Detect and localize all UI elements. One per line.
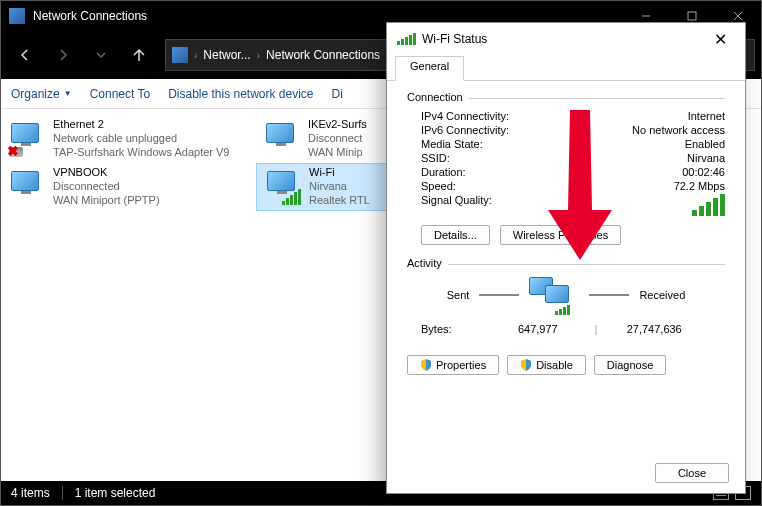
- chevron-right-icon: ›: [255, 50, 262, 61]
- up-button[interactable]: [121, 37, 157, 73]
- organize-menu[interactable]: Organize▼: [11, 87, 72, 101]
- connection-device: WAN Miniport (PPTP): [53, 194, 160, 208]
- connection-status: Network cable unplugged: [53, 132, 229, 146]
- ssid-label: SSID:: [421, 152, 450, 164]
- ipv4-label: IPv4 Connectivity:: [421, 110, 509, 122]
- received-label: Received: [639, 289, 685, 301]
- connection-device: TAP-Surfshark Windows Adapter V9: [53, 146, 229, 160]
- app-icon: [9, 8, 25, 24]
- svg-rect-1: [688, 12, 696, 20]
- ipv6-label: IPv6 Connectivity:: [421, 124, 509, 136]
- connection-status: Nirvana: [309, 180, 370, 194]
- connection-device: WAN Minip: [308, 146, 367, 160]
- network-adapter-icon: [7, 167, 47, 207]
- network-adapter-icon: [263, 167, 303, 207]
- back-button[interactable]: [7, 37, 43, 73]
- connection-item[interactable]: VPNBOOKDisconnectedWAN Miniport (PPTP): [1, 163, 256, 211]
- breadcrumb-part[interactable]: Networ...: [203, 48, 250, 62]
- details-button[interactable]: Details...: [421, 225, 490, 245]
- dialog-titlebar: Wi-Fi Status ✕: [387, 23, 745, 55]
- location-icon: [172, 47, 188, 63]
- media-state-label: Media State:: [421, 138, 483, 150]
- diagnose-button[interactable]: Di: [332, 87, 343, 101]
- disable-button[interactable]: Disable: [507, 355, 586, 375]
- ipv6-value: No network access: [632, 124, 725, 136]
- forward-button[interactable]: [45, 37, 81, 73]
- chevron-down-icon: ▼: [64, 89, 72, 98]
- connection-name: VPNBOOK: [53, 166, 160, 180]
- breadcrumb-part[interactable]: Network Connections: [266, 48, 380, 62]
- signal-quality-bars-icon: [692, 194, 725, 216]
- window-title: Network Connections: [33, 9, 623, 23]
- dialog-title: Wi-Fi Status: [422, 32, 487, 46]
- connect-to-button[interactable]: Connect To: [90, 87, 151, 101]
- properties-button[interactable]: Properties: [407, 355, 499, 375]
- selection-count: 1 item selected: [75, 486, 156, 500]
- speed-label: Speed:: [421, 180, 456, 192]
- network-adapter-icon: [262, 119, 302, 159]
- connection-name: Wi-Fi: [309, 166, 370, 180]
- bytes-received-value: 27,747,636: [597, 323, 711, 335]
- bytes-sent-value: 647,977: [481, 323, 595, 335]
- connection-name: Ethernet 2: [53, 118, 229, 132]
- connection-name: IKEv2-Surfs: [308, 118, 367, 132]
- dialog-close-button[interactable]: ✕: [706, 26, 735, 53]
- diagnose-button[interactable]: Diagnose: [594, 355, 666, 375]
- wifi-status-dialog: Wi-Fi Status ✕ General Connection IPv4 C…: [386, 22, 746, 494]
- disable-device-button[interactable]: Disable this network device: [168, 87, 313, 101]
- connection-group-label: Connection: [407, 91, 463, 103]
- close-dialog-button[interactable]: Close: [655, 463, 729, 483]
- ssid-value: Nirvana: [687, 152, 725, 164]
- activity-diagram: Sent Received: [407, 277, 725, 313]
- network-activity-icon: [529, 277, 579, 313]
- speed-value: 72.2 Mbps: [674, 180, 725, 192]
- shield-icon: [420, 359, 432, 371]
- sent-label: Sent: [447, 289, 470, 301]
- connection-status: Disconnected: [53, 180, 160, 194]
- item-count: 4 items: [11, 486, 50, 500]
- media-state-value: Enabled: [685, 138, 725, 150]
- duration-label: Duration:: [421, 166, 466, 178]
- connection-item[interactable]: ✖Ethernet 2Network cable unpluggedTAP-Su…: [1, 115, 256, 163]
- ipv4-value: Internet: [688, 110, 725, 122]
- dialog-tabs: General: [387, 55, 745, 81]
- wireless-properties-button[interactable]: Wireless Properties: [500, 225, 621, 245]
- connection-device: Realtek RTL: [309, 194, 370, 208]
- wifi-signal-icon: [397, 33, 416, 45]
- network-adapter-icon: ✖: [7, 119, 47, 159]
- activity-group-label: Activity: [407, 257, 442, 269]
- tab-general[interactable]: General: [395, 56, 464, 81]
- signal-quality-label: Signal Quality:: [421, 194, 492, 216]
- connection-status: Disconnect: [308, 132, 367, 146]
- duration-value: 00:02:46: [682, 166, 725, 178]
- chevron-right-icon: ›: [192, 50, 199, 61]
- bytes-label: Bytes:: [421, 323, 481, 335]
- shield-icon: [520, 359, 532, 371]
- recent-dropdown[interactable]: [83, 37, 119, 73]
